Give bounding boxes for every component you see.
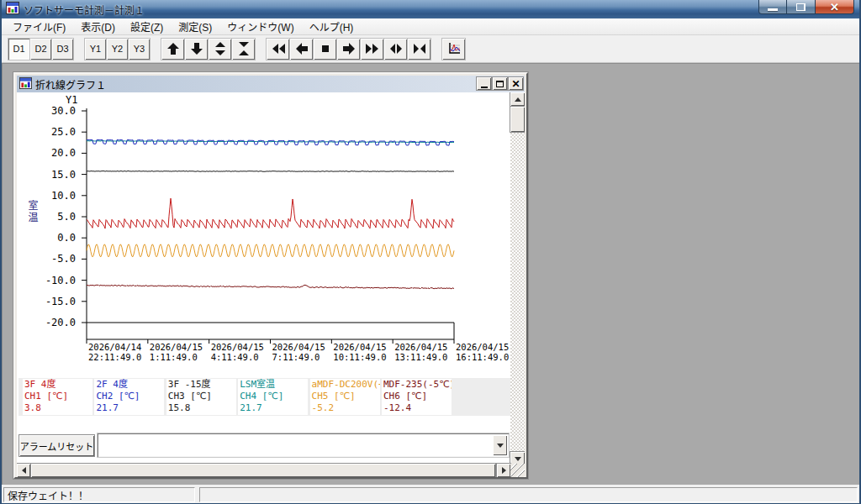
graph-window-content: Y1 室温 30.025.020.015.010.05.00.0-5.0-10.…	[17, 92, 525, 477]
x-tick-label: 2026/04/151:11:49.0	[150, 343, 214, 362]
toolbar-button-expand-vertical[interactable]	[209, 39, 231, 60]
horizontal-scrollbar[interactable]	[17, 464, 510, 477]
restore-button[interactable]	[787, 0, 815, 14]
toolbar-button-y2[interactable]: Y2	[107, 39, 128, 60]
menu-bar: ファイル(F)表示(D)設定(Z)測定(S)ウィンドウ(W)ヘルプ(H)	[2, 18, 859, 35]
x-tick-date: 2026/04/15	[333, 343, 397, 353]
x-tick-label: 2026/04/1422:11:49.0	[88, 343, 152, 362]
y-axis-name: Y1	[66, 94, 77, 106]
vertical-scroll-thumb[interactable]	[510, 107, 525, 132]
toolbar-group-2	[161, 39, 256, 60]
channel-name: 3F -15度	[168, 379, 236, 391]
toolbar-button-d1[interactable]: D1	[8, 39, 29, 60]
y-tick-label: 15.0	[17, 169, 76, 181]
x-tick-label: 2026/04/154:11:49.0	[211, 343, 275, 362]
x-tick-label: 2026/04/1513:11:49.0	[394, 343, 458, 362]
toolbar-button-scroll-up[interactable]	[161, 39, 184, 60]
combobox-dropdown-button[interactable]	[493, 435, 507, 455]
horizontal-scroll-thumb[interactable]	[31, 464, 495, 477]
resize-grip[interactable]	[510, 464, 525, 477]
toolbar-group-1: Y1Y2Y3	[85, 39, 151, 60]
toolbar-button-graph-display[interactable]	[442, 39, 465, 60]
toolbar-button-compress-horizontal[interactable]	[408, 39, 430, 60]
vertical-scrollbar[interactable]	[510, 92, 525, 465]
maximize-icon	[496, 81, 504, 87]
stop-icon	[319, 42, 332, 55]
series-CH5	[87, 244, 454, 257]
message-combobox[interactable]	[98, 433, 509, 457]
toolbar-button-stop[interactable]	[314, 39, 336, 60]
graph-minimize-button[interactable]	[477, 77, 491, 90]
x-tick-time: 10:11:49.0	[333, 353, 397, 363]
step-right-icon	[342, 42, 356, 55]
menu-item-2[interactable]: 設定(Z)	[123, 18, 171, 35]
y-tick-label: -20.0	[17, 317, 76, 328]
channel-name: 3F 4度	[24, 379, 92, 391]
menu-item-5[interactable]: ヘルプ(H)	[302, 18, 362, 35]
x-tick-date: 2026/04/15	[394, 343, 458, 353]
scroll-right-button[interactable]	[497, 464, 510, 477]
graph-window: 折れ線グラフ１ ✕ Y1 室温 30.025.020.015.010.05.00…	[13, 72, 528, 479]
toolbar-button-y3[interactable]: Y3	[129, 39, 150, 60]
arrow-up-icon	[515, 94, 521, 102]
legend-cell-ch3: 3F -15度CH3 [℃]15.8	[166, 379, 236, 415]
graph-window-icon	[19, 77, 32, 92]
application-window: ソフトサーモ計測－計測１ ✕ ファイル(F)表示(D)設定(Z)測定(S)ウィン…	[0, 0, 861, 504]
channel-name: 2F 4度	[96, 379, 164, 391]
x-tick-time: 13:11:49.0	[394, 353, 458, 363]
y-tick-label: 10.0	[17, 190, 76, 202]
channel-id: CH5 [℃]	[312, 391, 380, 402]
series-CH3	[87, 171, 454, 171]
channel-value: 21.7	[240, 402, 308, 414]
plot-svg	[78, 104, 467, 349]
channel-id: CH3 [℃]	[168, 391, 236, 402]
graph-close-button[interactable]: ✕	[509, 77, 523, 90]
minimize-button[interactable]	[758, 0, 787, 14]
toolbar: D1D2D3Y1Y2Y3	[2, 35, 859, 63]
y-tick-label: 5.0	[17, 211, 76, 223]
toolbar-button-d3[interactable]: D3	[52, 39, 73, 60]
toolbar-group-0: D1D2D3	[8, 39, 74, 60]
menu-item-4[interactable]: ウィンドウ(W)	[219, 18, 301, 35]
close-button[interactable]: ✕	[815, 0, 854, 14]
channel-value: 21.7	[96, 402, 164, 414]
legend-cell-ch2: 2F 4度CH2 [℃]21.7	[94, 379, 164, 415]
scroll-up-icon	[166, 42, 180, 55]
graph-display-icon	[447, 42, 461, 55]
caption-buttons: ✕	[758, 0, 854, 14]
graph-window-title-bar[interactable]: 折れ線グラフ１ ✕	[17, 76, 525, 92]
toolbar-button-compress-vertical[interactable]	[232, 39, 255, 60]
title-bar: ソフトサーモ計測－計測１ ✕	[2, 0, 859, 18]
menu-item-3[interactable]: 測定(S)	[171, 18, 219, 35]
close-icon: ✕	[830, 2, 839, 13]
channel-id: CH6 [℃]	[383, 391, 452, 402]
graph-maximize-button[interactable]	[493, 77, 507, 90]
channel-value: 3.8	[24, 402, 92, 414]
legend-cell-ch1: 3F 4度CH1 [℃]3.8	[23, 379, 92, 415]
legend-cell-ch5: aMDF-DC200V(+7CH5 [℃]-5.2	[310, 379, 380, 415]
y-tick-label: -10.0	[17, 275, 76, 286]
minimize-icon	[481, 87, 488, 88]
menu-item-1[interactable]: 表示(D)	[73, 18, 123, 35]
toolbar-button-step-left[interactable]	[290, 39, 313, 60]
alarm-reset-button[interactable]: アラームリセット	[19, 435, 94, 456]
status-bar: 保存ウェイト！！	[2, 485, 859, 503]
scroll-left-button[interactable]	[17, 464, 30, 477]
expand-horizontal-icon	[389, 42, 403, 55]
toolbar-button-fast-rewind[interactable]	[267, 39, 289, 60]
menu-item-0[interactable]: ファイル(F)	[5, 18, 73, 35]
x-tick-date: 2026/04/15	[272, 343, 336, 353]
toolbar-button-expand-horizontal[interactable]	[384, 39, 407, 60]
toolbar-button-step-right[interactable]	[337, 39, 360, 60]
toolbar-button-y1[interactable]: Y1	[85, 39, 106, 60]
x-tick-date: 2026/04/15	[150, 343, 214, 353]
toolbar-button-d2[interactable]: D2	[30, 39, 51, 60]
toolbar-button-scroll-down[interactable]	[185, 39, 208, 60]
toolbar-button-fast-forward[interactable]	[361, 39, 383, 60]
scroll-up-button[interactable]	[510, 92, 525, 106]
channel-legend: 3F 4度CH1 [℃]3.82F 4度CH2 [℃]21.73F -15度CH…	[18, 378, 513, 416]
x-tick-label: 2026/04/157:11:49.0	[272, 343, 336, 362]
series-CH6	[87, 285, 454, 289]
graph-window-title: 折れ線グラフ１	[35, 77, 106, 92]
status-panel-secondary	[199, 487, 858, 502]
